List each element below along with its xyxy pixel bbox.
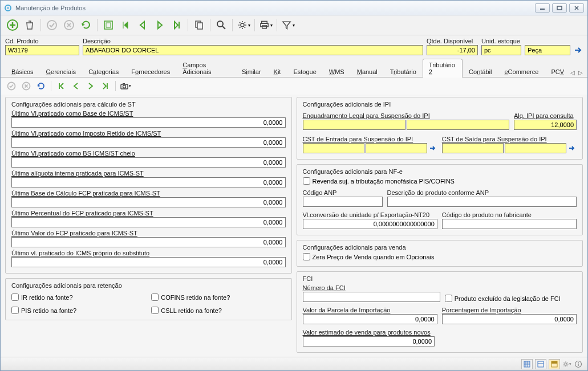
sub-first-button[interactable]	[55, 80, 67, 92]
svg-rect-8	[106, 23, 111, 27]
refresh-button[interactable]	[79, 18, 94, 32]
mono-checkbox[interactable]	[303, 177, 310, 185]
descricao-input[interactable]	[83, 45, 423, 55]
delete-button[interactable]	[22, 18, 37, 32]
tab-ecommerce[interactable]: eCommerce	[498, 66, 545, 78]
retencao-item: CSLL retido na fonte?	[151, 307, 285, 314]
retencao-checkbox[interactable]	[11, 307, 19, 314]
anp-input[interactable]	[303, 197, 383, 207]
tab-tributario-2[interactable]: Tributário 2	[423, 59, 463, 78]
print-button[interactable]: ▾	[258, 18, 273, 32]
cst-ent-desc[interactable]	[366, 143, 427, 153]
retencao-checkbox[interactable]	[151, 307, 159, 314]
group-nfe-title: Configurações adicionais para NF-e	[303, 168, 577, 175]
unid-estoque-code-input[interactable]	[481, 45, 521, 55]
cancel-button[interactable]	[62, 18, 76, 32]
svg-point-25	[565, 362, 567, 365]
tab-categorias[interactable]: Categorias	[82, 66, 125, 78]
st-field-input[interactable]	[11, 117, 286, 128]
fci-parcela-input[interactable]	[303, 314, 437, 324]
st-field-input[interactable]	[11, 157, 286, 168]
retencao-checkbox[interactable]	[151, 293, 159, 301]
last-button[interactable]	[169, 18, 184, 32]
st-field-input[interactable]	[11, 177, 286, 187]
view-grid-button[interactable]	[521, 359, 533, 369]
enq-desc-input[interactable]	[407, 120, 509, 130]
tab-pcv[interactable]: PCV	[545, 66, 570, 78]
svg-point-1	[7, 7, 9, 9]
fci-estimado-input[interactable]	[303, 336, 435, 346]
snapshot-button[interactable]	[101, 18, 116, 32]
status-settings-icon[interactable]: ▾	[562, 360, 571, 369]
tab-gerenciais[interactable]: Gerenciais	[40, 66, 83, 78]
sub-refresh-button[interactable]	[35, 80, 47, 92]
view-active-button[interactable]	[549, 359, 560, 369]
tab-campos-adicionais[interactable]: Campos Adicionais	[176, 59, 236, 78]
sub-camera-button[interactable]: ▾	[119, 80, 132, 92]
tab-scroll-right[interactable]: ▷	[578, 70, 583, 76]
tab-contabil[interactable]: Contábil	[463, 66, 498, 78]
anp-desc-input[interactable]	[387, 197, 577, 207]
first-button[interactable]	[118, 18, 133, 32]
st-field-input[interactable]	[11, 257, 286, 267]
cst-sai-lookup[interactable]	[567, 143, 577, 153]
search-button[interactable]	[214, 18, 229, 32]
fci-excl-checkbox[interactable]	[445, 295, 452, 302]
sub-next-button[interactable]	[84, 80, 97, 92]
conv-input[interactable]	[303, 219, 437, 229]
fci-parcela-label: Valor da Parcela de Importação	[303, 307, 437, 313]
tab-kit[interactable]: Kit	[267, 66, 287, 78]
maximize-button[interactable]	[552, 3, 567, 13]
close-button[interactable]	[569, 3, 584, 13]
cst-ent-code[interactable]	[303, 143, 364, 153]
alq-ipi-input[interactable]	[514, 120, 577, 130]
filter-button[interactable]: ▾	[281, 18, 295, 32]
sub-last-button[interactable]	[99, 80, 112, 92]
status-info-icon[interactable]	[574, 360, 583, 369]
tab-basicos[interactable]: Básicos	[5, 66, 40, 78]
prev-button[interactable]	[135, 18, 150, 32]
tab-fornecedores[interactable]: Fornecedores	[125, 66, 176, 78]
sub-confirm-button[interactable]	[5, 80, 18, 92]
toolbar-separator	[188, 19, 188, 31]
unid-estoque-desc-input[interactable]	[525, 45, 570, 55]
fabr-input[interactable]	[442, 219, 577, 229]
svg-rect-2	[540, 9, 545, 10]
unid-estoque-label: Unid. estoque	[481, 38, 521, 44]
zera-checkbox[interactable]	[303, 253, 310, 260]
tab-estoque[interactable]: Estoque	[287, 66, 322, 78]
settings-button[interactable]: ▾	[236, 18, 251, 32]
tab-manual[interactable]: Manual	[351, 66, 384, 78]
toolbar-separator	[254, 19, 255, 31]
sub-prev-button[interactable]	[70, 80, 82, 92]
view-form-button[interactable]	[535, 359, 546, 369]
add-button[interactable]	[5, 18, 20, 32]
tab-scroll-left[interactable]: ◁	[570, 70, 575, 76]
qtde-disponivel-input[interactable]	[427, 45, 478, 55]
cst-sai-code[interactable]	[442, 143, 504, 153]
next-button[interactable]	[152, 18, 167, 32]
group-retencao: Configurações adicionais para retenção I…	[5, 278, 292, 320]
tab-similar[interactable]: Similar	[236, 66, 267, 78]
st-field-input[interactable]	[11, 217, 286, 227]
cst-sai-desc[interactable]	[505, 143, 566, 153]
toolbar-separator	[210, 19, 210, 31]
confirm-button[interactable]	[44, 18, 59, 32]
fci-porc-input[interactable]	[442, 314, 577, 324]
copy-button[interactable]	[192, 18, 206, 32]
minimize-button[interactable]	[535, 3, 550, 13]
sub-cancel-button[interactable]	[20, 80, 33, 92]
app-icon	[4, 4, 12, 12]
svg-rect-21	[524, 361, 530, 367]
enq-code-input[interactable]	[303, 120, 405, 130]
fci-num-input[interactable]	[303, 292, 440, 302]
st-field-input[interactable]	[11, 237, 286, 247]
unid-lookup-button[interactable]	[574, 45, 583, 55]
cd-produto-input[interactable]	[5, 45, 79, 55]
tab-wms[interactable]: WMS	[323, 66, 351, 78]
st-field-input[interactable]	[11, 197, 286, 207]
st-field-input[interactable]	[11, 137, 286, 148]
tab-tributario[interactable]: Tributário	[384, 66, 423, 78]
cst-ent-lookup[interactable]	[428, 143, 437, 153]
retencao-checkbox[interactable]	[11, 293, 19, 301]
